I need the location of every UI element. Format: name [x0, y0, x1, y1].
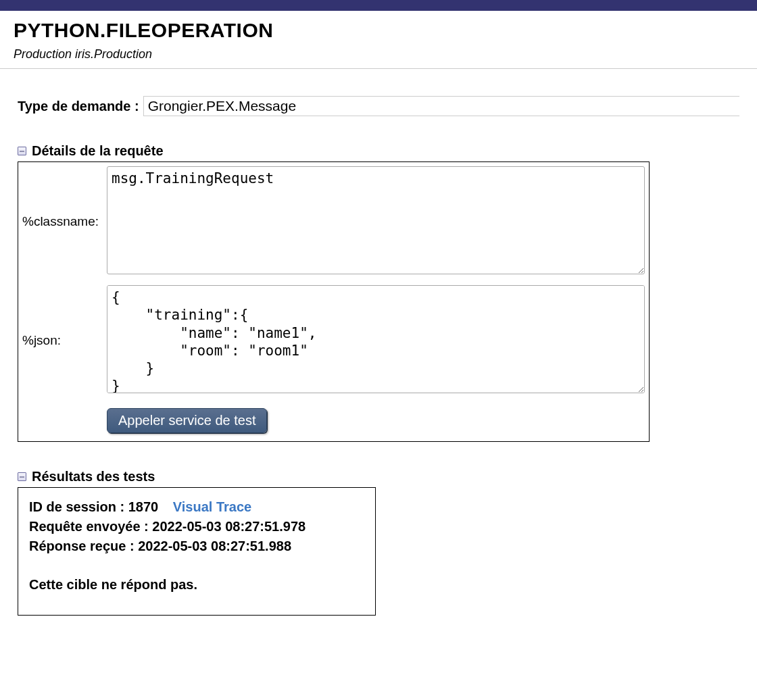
request-sent-ts: 2022-05-03 08:27:51.978 — [152, 519, 306, 534]
request-type-label: Type de demande : — [18, 99, 139, 114]
results-section-header[interactable]: Résultats des tests — [18, 469, 739, 484]
page-header: PYTHON.FILEOPERATION Production iris.Pro… — [0, 11, 757, 69]
visual-trace-link[interactable]: Visual Trace — [173, 499, 251, 514]
session-id: 1870 — [128, 499, 159, 514]
details-box: %classname: %json: Appeler service de te… — [18, 161, 650, 442]
session-line: ID de session : 1870 Visual Trace — [29, 497, 364, 517]
json-input[interactable] — [107, 285, 645, 393]
collapse-icon[interactable] — [18, 472, 26, 481]
response-received-label: Réponse reçue : — [29, 539, 135, 553]
details-heading: Détails de la requête — [32, 143, 164, 159]
request-type-row: Type de demande : — [18, 96, 739, 116]
classname-label: %classname: — [18, 162, 103, 281]
request-type-input[interactable] — [143, 96, 739, 116]
page-subtitle: Production iris.Production — [14, 47, 743, 61]
response-received-line: Réponse reçue : 2022-05-03 08:27:51.988 — [29, 536, 364, 556]
page-title: PYTHON.FILEOPERATION — [14, 19, 743, 42]
results-box: ID de session : 1870 Visual Trace Requêt… — [18, 487, 376, 616]
results-heading: Résultats des tests — [32, 469, 155, 484]
response-received-ts: 2022-05-03 08:27:51.988 — [138, 539, 291, 553]
call-test-service-button[interactable]: Appeler service de test — [107, 408, 267, 433]
request-sent-label: Requête envoyée : — [29, 519, 149, 534]
session-label: ID de session : — [29, 499, 124, 514]
details-section-header[interactable]: Détails de la requête — [18, 143, 739, 159]
classname-input[interactable] — [107, 166, 645, 274]
json-label: %json: — [18, 281, 103, 400]
request-sent-line: Requête envoyée : 2022-05-03 08:27:51.97… — [29, 517, 364, 536]
top-bar — [0, 0, 757, 11]
results-note: Cette cible ne répond pas. — [29, 575, 364, 595]
collapse-icon[interactable] — [18, 147, 26, 155]
